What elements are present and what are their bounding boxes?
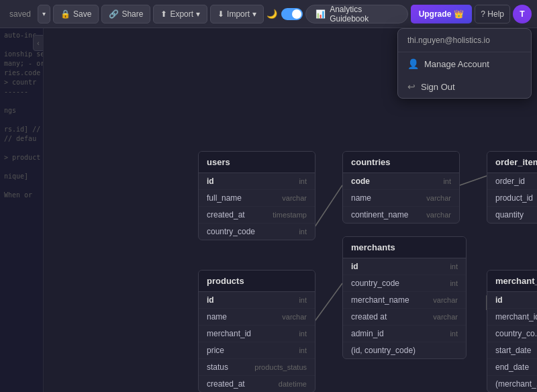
sidebar-code-panel: auto-inc ionship se many; - or ries.code… bbox=[0, 28, 43, 203]
table-row: (id, country_code) bbox=[343, 342, 466, 358]
save-button[interactable]: 🔒 Save bbox=[53, 5, 99, 23]
import-chevron: ▾ bbox=[252, 9, 256, 19]
toggle-switch[interactable] bbox=[281, 8, 303, 20]
table-row: product_id bbox=[487, 190, 537, 207]
manage-account-item[interactable]: 👤 Manage Account bbox=[398, 52, 531, 75]
table-row: id int bbox=[343, 258, 466, 275]
sign-out-item[interactable]: ↩ Sign Out bbox=[398, 75, 531, 98]
table-row: merchant_name varchar bbox=[343, 292, 466, 309]
table-row: country_code int bbox=[343, 275, 466, 292]
table-row: id int bbox=[199, 173, 315, 190]
table-row: id int bbox=[199, 292, 315, 309]
table-row: id bbox=[487, 292, 537, 309]
table-row: start_date bbox=[487, 342, 537, 359]
users-table-header: users bbox=[199, 152, 315, 173]
sidebar: ‹ auto-inc ionship se many; - or ries.co… bbox=[0, 28, 44, 392]
table-row: status products_status bbox=[199, 359, 315, 376]
share-button[interactable]: 🔗 Share bbox=[101, 5, 150, 23]
table-row: merchant_id bbox=[487, 309, 537, 326]
import-icon: ⬇ bbox=[217, 9, 224, 19]
share-icon: 🔗 bbox=[109, 9, 119, 19]
merchant-p-table-header: merchant_p... bbox=[487, 271, 537, 292]
signout-icon: ↩ bbox=[407, 81, 416, 92]
help-button[interactable]: ? Help bbox=[475, 5, 510, 23]
table-row: admin_id int bbox=[343, 326, 466, 342]
svg-line-1 bbox=[312, 283, 342, 325]
table-row: merchant_id int bbox=[199, 326, 315, 342]
export-icon: ⬆ bbox=[160, 9, 167, 19]
page-title-pill[interactable]: 📊 Analytics Guidebook bbox=[305, 5, 408, 23]
save-icon: 🔒 bbox=[60, 9, 70, 19]
table-row: quantity bbox=[487, 207, 537, 223]
order-items-table[interactable]: order_items order_id product_id quantity bbox=[487, 151, 537, 224]
products-table-header: products bbox=[199, 271, 315, 292]
import-button[interactable]: ⬇ Import ▾ bbox=[210, 5, 264, 23]
dark-mode-toggle[interactable]: 🌙 bbox=[266, 8, 303, 20]
products-table[interactable]: products id int name varchar merchant_id… bbox=[198, 270, 315, 392]
toggle-knob bbox=[292, 9, 301, 19]
countries-table-header: countries bbox=[343, 152, 459, 173]
table-row: (merchant_... bbox=[487, 376, 537, 392]
table-row: name varchar bbox=[343, 190, 459, 207]
export-chevron: ▾ bbox=[196, 9, 200, 19]
table-row: country_code int bbox=[199, 224, 315, 240]
table-row: order_id bbox=[487, 173, 537, 190]
upgrade-button[interactable]: Upgrade 👑 bbox=[411, 5, 473, 23]
crown-icon: 👑 bbox=[454, 9, 464, 19]
user-email: thi.nguyen@holistics.io bbox=[398, 29, 531, 52]
saved-indicator: saved bbox=[5, 9, 35, 19]
table-row: code int bbox=[343, 173, 459, 190]
table-row: continent_name varchar bbox=[343, 207, 459, 223]
merchants-table[interactable]: merchants id int country_code int mercha… bbox=[342, 236, 467, 359]
collapse-sidebar-btn[interactable]: ‹ bbox=[33, 35, 44, 51]
svg-line-3 bbox=[460, 176, 487, 185]
order-items-table-header: order_items bbox=[487, 152, 537, 173]
moon-icon: 🌙 bbox=[266, 9, 277, 19]
avatar-button[interactable]: T bbox=[513, 5, 532, 23]
page-title: Analytics Guidebook bbox=[330, 5, 398, 23]
export-button[interactable]: ⬆ Export ▾ bbox=[153, 5, 207, 23]
undo-dropdown-btn[interactable]: ▾ bbox=[38, 5, 50, 23]
merchant-p-table[interactable]: merchant_p... id merchant_id country_co.… bbox=[487, 270, 537, 392]
table-row: country_co... bbox=[487, 326, 537, 342]
countries-table[interactable]: countries code int name varchar continen… bbox=[342, 151, 460, 224]
title-emoji: 📊 bbox=[315, 9, 326, 19]
users-table[interactable]: users id int full_name varchar created_a… bbox=[198, 151, 315, 240]
table-row: full_name varchar bbox=[199, 190, 315, 207]
table-row: price int bbox=[199, 342, 315, 359]
table-row: end_date bbox=[487, 359, 537, 376]
merchants-table-header: merchants bbox=[343, 237, 466, 258]
table-row: name varchar bbox=[199, 309, 315, 326]
user-dropdown-menu: thi.nguyen@holistics.io 👤 Manage Account… bbox=[397, 28, 532, 99]
svg-line-0 bbox=[312, 185, 342, 231]
table-row: created at varchar bbox=[343, 309, 466, 326]
table-row: created_at datetime bbox=[199, 376, 315, 392]
user-icon: 👤 bbox=[407, 58, 419, 69]
toolbar-left: saved ▾ 🔒 Save 🔗 Share ⬆ Export ▾ ⬇ Impo… bbox=[5, 5, 408, 23]
toolbar: saved ▾ 🔒 Save 🔗 Share ⬆ Export ▾ ⬇ Impo… bbox=[0, 0, 537, 28]
table-row: created_at timestamp bbox=[199, 207, 315, 224]
